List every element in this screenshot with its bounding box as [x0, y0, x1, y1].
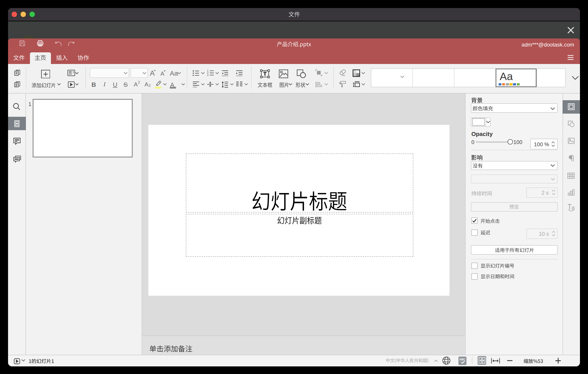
svg-text:ABC: ABC	[459, 358, 465, 361]
svg-text:a: a	[571, 204, 575, 211]
svg-text:3: 3	[207, 74, 208, 76]
